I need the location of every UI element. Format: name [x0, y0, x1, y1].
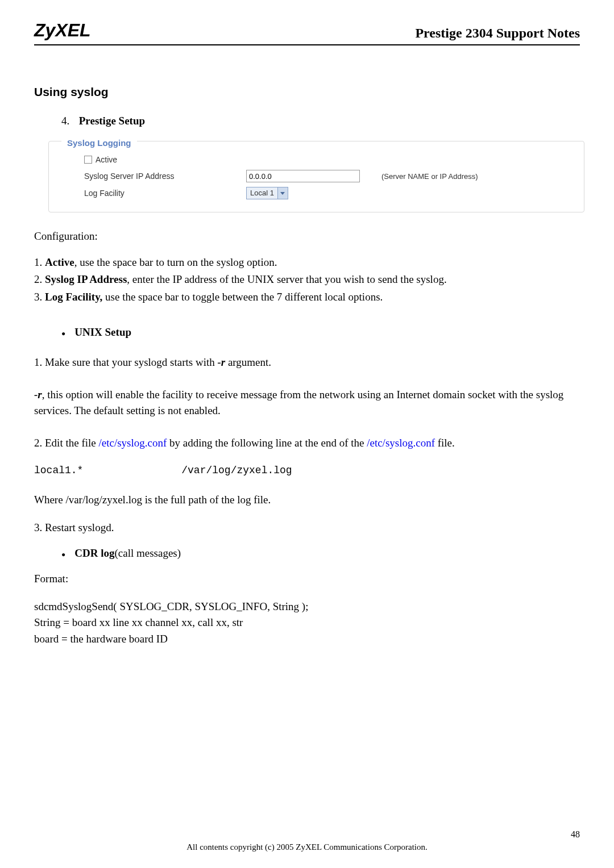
facility-value: Local 1 [247, 187, 277, 199]
panel-legend: Syslog Logging [61, 138, 137, 148]
syslog-logging-panel: Syslog Logging Active Syslog Server IP A… [48, 141, 584, 212]
active-label: Active [96, 155, 117, 164]
config-prefix: 1. [34, 256, 45, 268]
config-prefix: 2. [34, 273, 45, 285]
flag-r: -r [217, 356, 225, 368]
ip-address-input[interactable] [246, 170, 360, 182]
format-line-2: String = board xx line xx channel xx, ca… [34, 615, 580, 631]
config-item-3: 3. Log Facility, use the space bar to to… [34, 290, 580, 305]
config-bold: Log Facility, [45, 291, 102, 303]
cdr-bold: CDR log [74, 547, 114, 559]
page-header: ZyXEL Prestige 2304 Support Notes [34, 20, 580, 45]
format-block: sdcmdSyslogSend( SYSLOG_CDR, SYSLOG_INFO… [34, 599, 580, 648]
config-rest: , use the space bar to turn on the syslo… [74, 256, 277, 268]
numbered-list: 4. Prestige Setup [61, 115, 580, 127]
config-rest: use the space bar to toggle between the … [102, 291, 383, 303]
unix-p5: 3. Restart syslogd. [34, 520, 580, 536]
ip-hint: (Server NAME or IP Address) [381, 172, 478, 181]
ip-address-row: Syslog Server IP Address (Server NAME or… [84, 170, 561, 182]
config-item-2: 2. Syslog IP Address, enter the IP addre… [34, 272, 580, 287]
config-bold: Active [45, 256, 74, 268]
bullet-list-unix: ● UNIX Setup [61, 326, 580, 339]
unix-p1: 1. Make sure that your syslogd starts wi… [34, 354, 580, 371]
format-line-1: sdcmdSyslogSend( SYSLOG_CDR, SYSLOG_INFO… [34, 599, 580, 615]
text: argument. [225, 356, 271, 368]
text: , this option will enable the facility t… [34, 389, 563, 417]
text: 2. Edit the file [34, 437, 98, 449]
cdr-label: CDR log(call messages) [74, 547, 181, 560]
list-number: 4. [61, 115, 76, 127]
flag-r: -r [34, 389, 42, 400]
config-bold: Syslog IP Address [45, 273, 127, 285]
section-heading: Using syslog [34, 85, 580, 99]
facility-label: Log Facility [84, 189, 246, 198]
text: file. [435, 437, 455, 449]
log-facility-row: Log Facility Local 1 [84, 187, 561, 199]
bullet-icon: ● [61, 329, 65, 339]
format-line-3: board = the hardware board ID [34, 631, 580, 648]
list-label: Prestige Setup [79, 115, 145, 127]
configuration-heading: Configuration: [34, 228, 580, 245]
unix-p3: 2. Edit the file /etc/syslog.conf by add… [34, 435, 580, 452]
bullet-list-cdr: ● CDR log(call messages) [61, 547, 580, 560]
config-prefix: 3. [34, 291, 45, 303]
text: 1. Make sure that your syslogd starts wi… [34, 356, 217, 368]
panel-body: Active Syslog Server IP Address (Server … [49, 155, 584, 199]
document-title: Prestige 2304 Support Notes [415, 26, 580, 41]
page-number: 48 [571, 829, 580, 840]
zyxel-logo: ZyXEL [34, 20, 91, 41]
chevron-down-icon [277, 187, 288, 199]
text: by adding the following line at the end … [167, 437, 367, 449]
bullet-icon: ● [61, 550, 65, 560]
format-heading: Format: [34, 571, 580, 587]
bullet-item-cdr: ● CDR log(call messages) [61, 547, 580, 560]
code-block: local1.* /var/log/zyxel.log [34, 465, 580, 476]
active-checkbox[interactable] [84, 156, 92, 164]
unix-setup-label: UNIX Setup [74, 326, 131, 339]
syslog-conf-link[interactable]: /etc/syslog.conf [98, 437, 167, 449]
ip-label: Syslog Server IP Address [84, 172, 246, 181]
footer-copyright: All contents copyright (c) 2005 ZyXEL Co… [0, 842, 614, 852]
configuration-list: 1. Active, use the space bar to turn on … [34, 255, 580, 305]
cdr-rest: (call messages) [114, 547, 181, 559]
syslog-conf-link-2[interactable]: /etc/syslog.conf [367, 437, 435, 449]
unix-p2: -r, this option will enable the facility… [34, 387, 580, 419]
log-facility-select[interactable]: Local 1 [246, 187, 288, 199]
unix-p4: Where /var/log/zyxel.log is the full pat… [34, 492, 580, 508]
config-rest: , enter the IP address of the UNIX serve… [127, 273, 446, 285]
bullet-item-unix: ● UNIX Setup [61, 326, 580, 339]
config-item-1: 1. Active, use the space bar to turn on … [34, 255, 580, 270]
list-item-prestige-setup: 4. Prestige Setup [61, 115, 580, 127]
active-row: Active [84, 155, 561, 164]
